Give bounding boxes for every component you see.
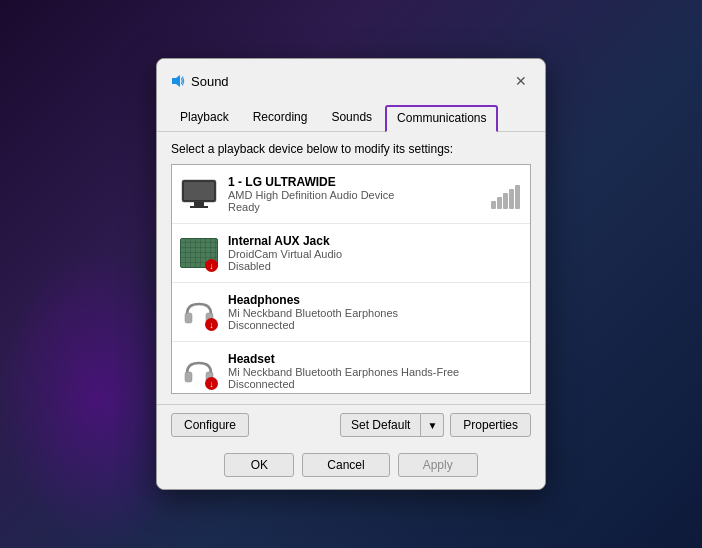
device-item-headset[interactable]: ↓ Headset Mi Neckband Bluetooth Earphone… (172, 342, 530, 394)
device-info-headset: Headset Mi Neckband Bluetooth Earphones … (228, 352, 524, 390)
cancel-button[interactable]: Cancel (302, 453, 389, 477)
svg-rect-4 (190, 206, 208, 208)
device-icon-motherboard: ↓ (178, 232, 220, 274)
device-item-aux-jack[interactable]: ↓ Internal AUX Jack DroidCam Virtual Aud… (172, 224, 530, 283)
title-bar: Sound ✕ (157, 59, 545, 93)
device-name: Headset (228, 352, 524, 366)
disabled-badge: ↓ (205, 259, 218, 272)
disconnected-badge-1: ↓ (205, 318, 218, 331)
device-sub: Mi Neckband Bluetooth Earphones Hands-Fr… (228, 366, 524, 378)
dialog-title: Sound (191, 74, 229, 89)
device-status: Disconnected (228, 319, 524, 331)
device-name: Internal AUX Jack (228, 234, 524, 248)
device-info-aux: Internal AUX Jack DroidCam Virtual Audio… (228, 234, 524, 272)
dialog-body: Select a playback device below to modify… (157, 132, 545, 404)
vol-bar-4 (509, 189, 514, 209)
set-default-group: Set Default ▼ (340, 413, 444, 437)
sound-dialog: Sound ✕ Playback Recording Sounds Commun… (156, 58, 546, 490)
svg-rect-2 (184, 182, 214, 200)
instruction-text: Select a playback device below to modify… (171, 142, 531, 156)
device-sub: DroidCam Virtual Audio (228, 248, 524, 260)
devices-list[interactable]: 1 - LG ULTRAWIDE AMD High Definition Aud… (171, 164, 531, 394)
svg-rect-5 (185, 313, 192, 323)
tab-sounds[interactable]: Sounds (320, 105, 383, 132)
device-item-headphones-1[interactable]: ↓ Headphones Mi Neckband Bluetooth Earph… (172, 283, 530, 342)
svg-marker-0 (172, 75, 180, 87)
device-icon-headset: ↓ (178, 350, 220, 392)
vol-bar-5 (515, 185, 520, 209)
volume-bars (491, 179, 520, 209)
tab-playback[interactable]: Playback (169, 105, 240, 132)
set-default-dropdown[interactable]: ▼ (421, 413, 444, 437)
device-info-lg: 1 - LG ULTRAWIDE AMD High Definition Aud… (228, 175, 483, 213)
action-bar: OK Cancel Apply (157, 445, 545, 489)
tab-recording[interactable]: Recording (242, 105, 319, 132)
bottom-bar: Configure Set Default ▼ Properties (157, 404, 545, 445)
properties-button[interactable]: Properties (450, 413, 531, 437)
title-bar-left: Sound (169, 73, 229, 89)
ok-button[interactable]: OK (224, 453, 294, 477)
apply-button[interactable]: Apply (398, 453, 478, 477)
set-default-button[interactable]: Set Default (340, 413, 421, 437)
device-icon-headphone-1: ↓ (178, 291, 220, 333)
disconnected-badge-2: ↓ (205, 377, 218, 390)
vol-bar-3 (503, 193, 508, 209)
device-info-headphones-1: Headphones Mi Neckband Bluetooth Earphon… (228, 293, 524, 331)
device-status: Disconnected (228, 378, 524, 390)
device-name: Headphones (228, 293, 524, 307)
configure-button[interactable]: Configure (171, 413, 249, 437)
monitor-svg (180, 179, 218, 209)
device-item-lg-ultrawide[interactable]: 1 - LG ULTRAWIDE AMD High Definition Aud… (172, 165, 530, 224)
svg-rect-7 (185, 372, 192, 382)
device-icon-monitor (178, 173, 220, 215)
device-sub: Mi Neckband Bluetooth Earphones (228, 307, 524, 319)
speaker-icon (169, 73, 185, 89)
vol-bar-1 (491, 201, 496, 209)
tab-communications[interactable]: Communications (385, 105, 498, 132)
close-button[interactable]: ✕ (509, 69, 533, 93)
device-status: Ready (228, 201, 483, 213)
vol-bar-2 (497, 197, 502, 209)
device-name: 1 - LG ULTRAWIDE (228, 175, 483, 189)
device-status: Disabled (228, 260, 524, 272)
tabs-row: Playback Recording Sounds Communications (157, 97, 545, 132)
device-sub: AMD High Definition Audio Device (228, 189, 483, 201)
